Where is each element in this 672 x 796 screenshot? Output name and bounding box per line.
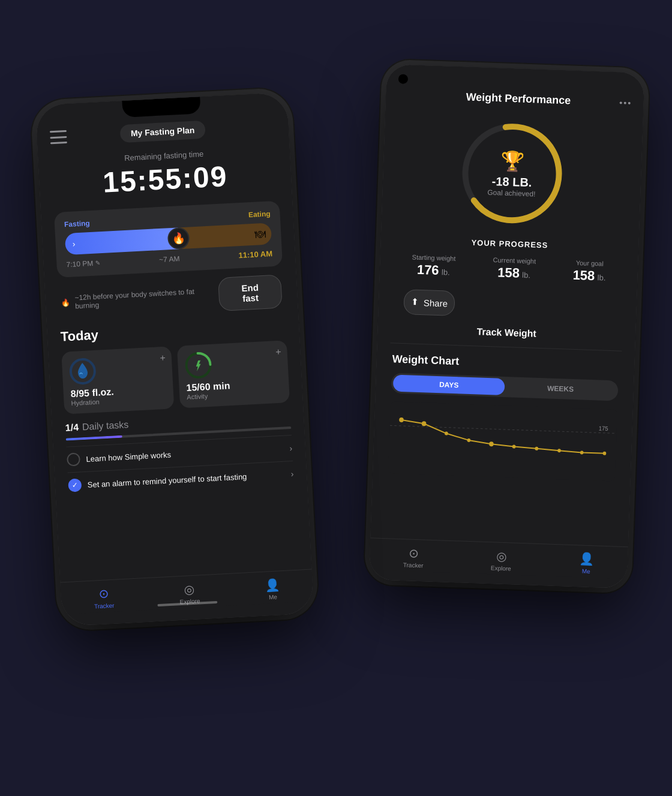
end-fast-button[interactable]: End fast — [218, 274, 282, 311]
trophy-icon: 🏆 — [488, 149, 537, 173]
me-icon: 👤 — [265, 577, 280, 592]
weight-change: -18 LB. — [488, 174, 536, 190]
weight-circle-container: 🏆 -18 LB. Goal achieved! — [395, 115, 630, 231]
current-weight-value: 158 lb. — [492, 265, 535, 281]
weight-circle-inner: 🏆 -18 LB. Goal achieved! — [487, 149, 537, 198]
wp-header: Weight Performance — [399, 82, 631, 109]
right-tracker-label: Tracker — [403, 561, 424, 569]
progress-stats: Starting weight 176 lb. Current weight 1… — [392, 253, 625, 284]
today-cards: + 8/95 fl.oz. Hydration — [61, 340, 290, 414]
svg-point-10 — [467, 438, 470, 441]
task-left: Learn how Simple works — [67, 447, 172, 466]
svg-point-7 — [399, 417, 404, 422]
task-text: Learn how Simple works — [86, 450, 171, 463]
task-left-2: ✓ Set an alarm to remind yourself to sta… — [68, 469, 247, 492]
tracker-icon: ⊙ — [98, 586, 109, 601]
svg-line-5 — [390, 425, 617, 433]
goal-text: Goal achieved! — [487, 188, 536, 198]
plan-pill[interactable]: My Fasting Plan — [119, 120, 206, 142]
activity-icon — [185, 351, 212, 379]
svg-point-12 — [512, 444, 516, 448]
progress-title: YOUR PROGRESS — [394, 235, 625, 252]
nav-me-label: Me — [269, 593, 277, 600]
weight-chart-section: Weight Chart DAYS WEEKS 175 — [386, 353, 622, 481]
activity-card[interactable]: + 15/60 min Activity — [177, 340, 290, 408]
eating-progress: 🍽 — [178, 223, 272, 249]
task-chevron-icon: › — [289, 443, 293, 452]
fat-burning-text: 🔥 ~12h before your body switches to fat … — [61, 286, 220, 311]
svg-point-16 — [603, 451, 607, 455]
progress-bar: › 🔥 🍽 — [65, 223, 272, 255]
right-me-icon: 👤 — [579, 551, 595, 566]
dots-menu[interactable] — [620, 101, 631, 104]
eating-label: Eating — [248, 209, 271, 219]
starting-weight-stat: Starting weight 176 lb. — [412, 253, 456, 279]
approx-time: ~7 AM — [159, 254, 180, 263]
daily-tasks: 1/4 Daily tasks Learn how Simple works › — [65, 411, 294, 498]
progress-arrow: › — [72, 239, 76, 248]
goal-weight-label: Your goal — [573, 259, 606, 267]
svg-point-9 — [445, 431, 448, 435]
fat-burning-row: 🔥 ~12h before your body switches to fat … — [58, 274, 284, 320]
track-weight[interactable]: Track Weight — [391, 323, 623, 351]
task-check-empty — [67, 452, 80, 466]
fasting-progress: › — [65, 227, 179, 255]
add-activity-icon[interactable]: + — [275, 346, 281, 357]
tasks-count: 1/4 — [65, 422, 79, 433]
svg-marker-2 — [196, 360, 201, 371]
top-bar: My Fasting Plan — [50, 116, 276, 146]
scene: My Fasting Plan Remaining fasting time 1… — [36, 38, 636, 758]
svg-point-13 — [535, 446, 538, 450]
current-weight-stat: Current weight 158 lb. — [492, 256, 536, 281]
tasks-label: Daily tasks — [82, 419, 129, 432]
right-nav-me[interactable]: 👤 Me — [578, 551, 594, 575]
nav-tracker-label: Tracker — [94, 602, 115, 609]
tab-days[interactable]: DAYS — [393, 374, 505, 395]
starting-weight-value: 176 lb. — [412, 262, 456, 279]
start-time: 7:10 PM ✎ — [66, 258, 100, 268]
chart-tabs: DAYS WEEKS — [391, 373, 619, 401]
punch-hole — [398, 74, 409, 84]
fire-small-icon: 🔥 — [61, 298, 70, 307]
progress-section: Fasting Eating › 🔥 🍽 7: — [54, 200, 283, 278]
right-nav-explore[interactable]: ◎ Explore — [491, 548, 512, 572]
right-nav-tracker[interactable]: ⊙ Tracker — [403, 545, 424, 569]
fasting-label: Fasting — [64, 219, 90, 229]
wp-title: Weight Performance — [417, 89, 620, 109]
right-me-label: Me — [582, 567, 590, 574]
fasting-section: Remaining fasting time 15:55:09 — [51, 145, 278, 202]
starting-weight-label: Starting weight — [412, 253, 456, 262]
goal-weight-value: 158 lb. — [572, 267, 606, 284]
share-button[interactable]: ⬆ Share — [403, 289, 455, 316]
task-text-2: Set an alarm to remind yourself to start… — [87, 471, 247, 489]
right-explore-icon: ◎ — [496, 548, 507, 563]
hydration-card[interactable]: + 8/95 fl.oz. Hydration — [61, 346, 174, 414]
explore-icon: ◎ — [184, 581, 194, 596]
current-weight-label: Current weight — [493, 256, 536, 265]
share-icon: ⬆ — [411, 296, 419, 307]
share-label: Share — [424, 297, 448, 308]
hydration-icon — [69, 357, 97, 385]
end-time: 11:10 AM — [238, 249, 272, 260]
phone-right: Weight Performance 🏆 -18 LB. — [369, 64, 645, 588]
svg-point-11 — [489, 441, 494, 446]
bottom-nav-right: ⊙ Tracker ◎ Explore 👤 Me — [369, 537, 628, 579]
today-section: Today + 8/95 f — [60, 317, 290, 414]
right-explore-label: Explore — [491, 564, 511, 572]
pencil-icon[interactable]: ✎ — [95, 259, 101, 266]
tasks-progress-fill — [66, 435, 122, 440]
chart-title: Weight Chart — [392, 353, 619, 373]
menu-icon[interactable] — [50, 130, 67, 143]
svg-point-14 — [557, 449, 561, 452]
svg-point-15 — [580, 450, 584, 454]
nav-tracker[interactable]: ⊙ Tracker — [93, 585, 114, 609]
bottom-nav: ⊙ Tracker ◎ Explore 👤 Me — [60, 569, 313, 614]
phone-left: My Fasting Plan Remaining fasting time 1… — [35, 92, 314, 626]
right-tracker-icon: ⊙ — [408, 545, 419, 560]
task-chevron-2-icon: › — [290, 468, 294, 478]
tab-weeks[interactable]: WEEKS — [505, 378, 617, 398]
svg-point-8 — [422, 421, 427, 426]
svg-text:175: 175 — [599, 425, 608, 432]
add-hydration-icon[interactable]: + — [160, 352, 166, 363]
nav-me[interactable]: 👤 Me — [265, 577, 281, 600]
